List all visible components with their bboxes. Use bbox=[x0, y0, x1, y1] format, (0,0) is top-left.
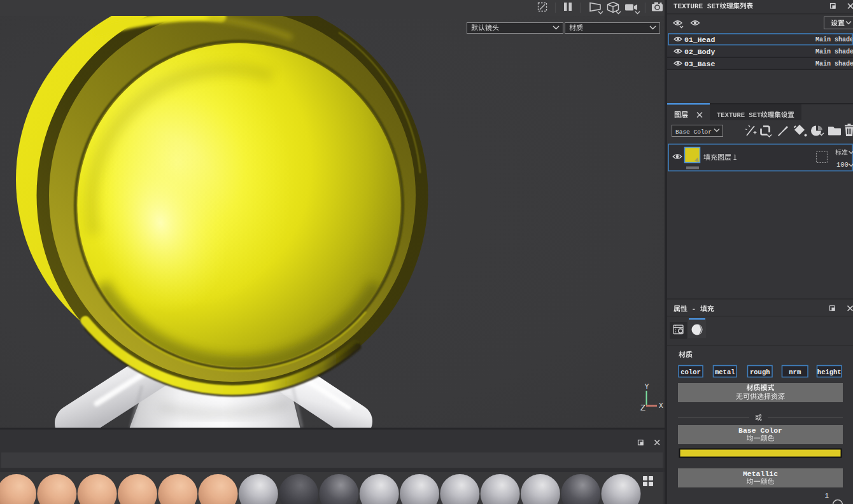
svg-text:Main shader: Main shader bbox=[815, 48, 853, 55]
svg-text:Base Color: Base Color bbox=[738, 426, 782, 435]
svg-text:02_Body: 02_Body bbox=[684, 48, 715, 56]
svg-text:nrm: nrm bbox=[789, 368, 801, 376]
svg-text:color: color bbox=[680, 368, 701, 376]
svg-text:Base Color: Base Color bbox=[675, 129, 712, 136]
svg-text:Main shader: Main shader bbox=[815, 36, 853, 43]
svg-text:Z: Z bbox=[640, 403, 645, 412]
svg-text:rough: rough bbox=[750, 368, 770, 376]
svg-text:metal: metal bbox=[715, 368, 735, 376]
svg-text:03_Base: 03_Base bbox=[684, 60, 715, 68]
svg-text:Y: Y bbox=[645, 383, 649, 390]
svg-text:X: X bbox=[659, 402, 663, 409]
svg-text:Main shader: Main shader bbox=[815, 60, 853, 67]
svg-text:01_Head: 01_Head bbox=[684, 36, 715, 44]
svg-text:1: 1 bbox=[824, 492, 829, 500]
svg-text:100: 100 bbox=[836, 161, 849, 169]
svg-text:Metallic: Metallic bbox=[743, 470, 778, 478]
svg-text:height: height bbox=[817, 368, 842, 376]
